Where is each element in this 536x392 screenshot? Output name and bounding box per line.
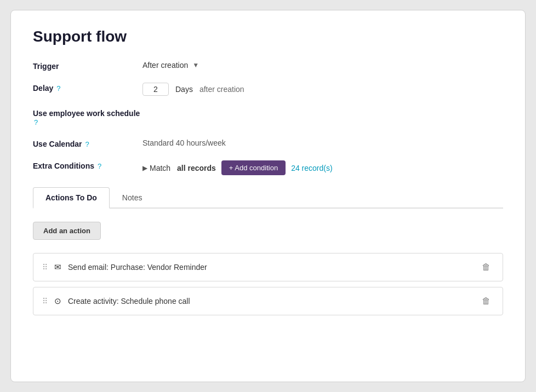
work-schedule-help[interactable]: ? bbox=[34, 118, 38, 126]
drag-handle-icon-2[interactable]: ⠿ bbox=[42, 297, 48, 305]
delete-email-action-button[interactable]: 🗑 bbox=[478, 261, 494, 273]
calendar-value-area: Standard 40 hours/week bbox=[142, 139, 503, 147]
match-prefix-text: Match bbox=[150, 164, 170, 172]
action-left-email: ⠿ ✉ Send email: Purchase: Vendor Reminde… bbox=[42, 262, 207, 272]
tab-notes[interactable]: Notes bbox=[110, 187, 155, 209]
trigger-row: Trigger After creation ▼ bbox=[33, 61, 503, 71]
trigger-value-area: After creation ▼ bbox=[142, 61, 503, 70]
calendar-row: Use Calendar ? Standard 40 hours/week bbox=[33, 139, 503, 148]
drag-handle-icon[interactable]: ⠿ bbox=[42, 263, 48, 272]
action-item-activity: ⠿ ⊙ Create activity: Schedule phone call… bbox=[33, 287, 503, 315]
work-schedule-label: Use employee work schedule ? bbox=[33, 108, 142, 126]
delay-after-text: after creation bbox=[199, 85, 244, 94]
action-left-activity: ⠿ ⊙ Create activity: Schedule phone call bbox=[42, 296, 190, 306]
add-condition-button[interactable]: + Add condition bbox=[221, 160, 286, 175]
tabs-container: Actions To Do Notes bbox=[33, 187, 503, 209]
match-all-records[interactable]: ▶ Match all records bbox=[142, 164, 216, 172]
add-action-button[interactable]: Add an action bbox=[33, 222, 101, 240]
delete-activity-action-button[interactable]: 🗑 bbox=[478, 295, 494, 307]
delay-unit-text: Days bbox=[175, 85, 193, 94]
delay-value-area: Days after creation bbox=[142, 83, 503, 96]
trigger-value-text: After creation bbox=[142, 61, 188, 70]
delay-label: Delay ? bbox=[33, 83, 142, 93]
action-activity-text: Create activity: Schedule phone call bbox=[68, 297, 190, 305]
delay-row: Delay ? Days after creation bbox=[33, 83, 503, 96]
trigger-select[interactable]: After creation ▼ bbox=[142, 61, 199, 70]
actions-panel: Add an action ⠿ ✉ Send email: Purchase: … bbox=[33, 222, 503, 315]
calendar-value-text: Standard 40 hours/week bbox=[142, 139, 226, 147]
trigger-label: Trigger bbox=[33, 61, 142, 71]
activity-icon: ⊙ bbox=[54, 296, 61, 306]
action-email-text: Send email: Purchase: Vendor Reminder bbox=[68, 263, 207, 272]
tabs: Actions To Do Notes bbox=[33, 187, 503, 207]
email-icon: ✉ bbox=[54, 262, 61, 272]
calendar-label: Use Calendar ? bbox=[33, 139, 142, 148]
page-title: Support flow bbox=[33, 28, 503, 45]
extra-conditions-label: Extra Conditions ? bbox=[33, 160, 142, 170]
match-bold-text: all records bbox=[177, 164, 216, 172]
work-schedule-row: Use employee work schedule ? bbox=[33, 108, 503, 126]
match-arrow-icon: ▶ bbox=[142, 164, 147, 172]
extra-conditions-row: Extra Conditions ? ▶ Match all records +… bbox=[33, 160, 503, 175]
records-count-text[interactable]: 24 record(s) bbox=[291, 164, 332, 172]
delay-number-input[interactable] bbox=[142, 83, 169, 96]
action-item-email: ⠿ ✉ Send email: Purchase: Vendor Reminde… bbox=[33, 253, 503, 281]
conditions-value-area: ▶ Match all records + Add condition 24 r… bbox=[142, 160, 503, 175]
main-card: Support flow Trigger After creation ▼ De… bbox=[10, 10, 526, 382]
delay-help[interactable]: ? bbox=[56, 84, 60, 93]
chevron-down-icon: ▼ bbox=[192, 61, 199, 69]
extra-conditions-help[interactable]: ? bbox=[98, 162, 101, 170]
calendar-help[interactable]: ? bbox=[85, 140, 89, 148]
tab-actions-to-do[interactable]: Actions To Do bbox=[33, 187, 110, 209]
